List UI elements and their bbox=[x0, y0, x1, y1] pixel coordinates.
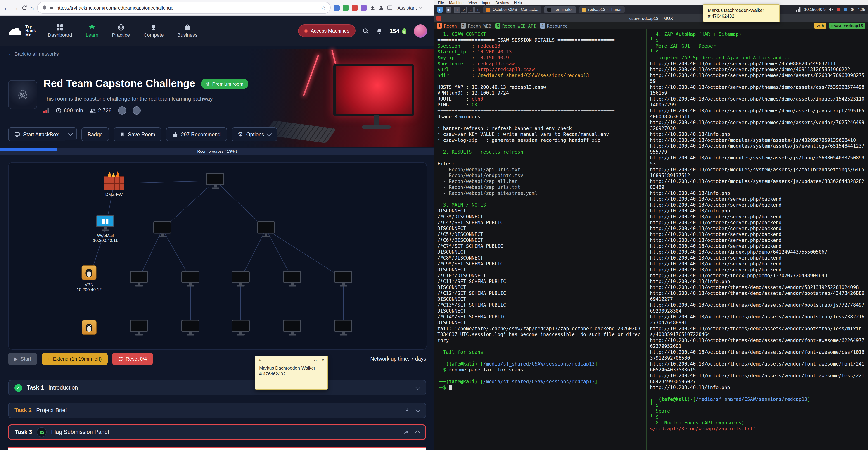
terminal-pane-right[interactable]: ─ 4. ZAP AutoMap (HAR + Sitemap) ───────… bbox=[647, 29, 868, 450]
tmux-window-Recon-WEB-API[interactable]: 3Recon-WEB-API bbox=[495, 23, 536, 29]
menu-input[interactable]: Input bbox=[482, 0, 490, 5]
network-node-monitor[interactable] bbox=[283, 320, 301, 335]
notification-popup[interactable]: Markus Dachroeden-Walker # 476462432 bbox=[703, 4, 780, 22]
task-row-3[interactable]: Task 3 Flag Submission Panel bbox=[8, 424, 426, 440]
nav-item-business[interactable]: Business bbox=[177, 24, 197, 37]
volume-icon[interactable] bbox=[829, 7, 834, 12]
task-row-1[interactable]: ✓ Task 1 Introduction bbox=[8, 380, 426, 395]
start-attackbox-button[interactable]: Start AttackBox bbox=[8, 127, 65, 141]
options-button[interactable]: ⚙ Options bbox=[231, 127, 277, 141]
network-node-monitor[interactable] bbox=[257, 222, 275, 237]
terminal-line: $target_ip : 10.200.40.13 bbox=[437, 49, 643, 55]
terminal-pane-left[interactable]: ─ 1. CSAW CONTEXT ──────────────────────… bbox=[434, 29, 646, 450]
nav-item-compete[interactable]: Compete bbox=[144, 24, 163, 37]
thm-logo[interactable]: Try Hack Me bbox=[7, 25, 36, 37]
network-node-monitor[interactable] bbox=[231, 320, 250, 335]
taskbar-window-thunar[interactable]: redcap13 - Thunar bbox=[579, 6, 625, 13]
network-node-monitor[interactable] bbox=[181, 271, 199, 286]
network-node-tux[interactable] bbox=[82, 320, 97, 335]
nav-item-practice[interactable]: Practice bbox=[112, 24, 130, 37]
chevron-down-icon[interactable] bbox=[415, 385, 421, 390]
network-start-button[interactable]: ▶ Start bbox=[8, 353, 37, 365]
terminal-line: - Recon/webapi/zap_urls.txt bbox=[437, 184, 643, 190]
network-node-monitor[interactable] bbox=[206, 173, 224, 189]
app-launcher-icon[interactable]: ◧ bbox=[437, 6, 443, 12]
extension-icon-red[interactable] bbox=[352, 5, 358, 11]
note-close-button[interactable]: × bbox=[321, 357, 324, 363]
attackbox-dropdown-button[interactable] bbox=[65, 127, 77, 140]
contributor-avatar[interactable] bbox=[132, 107, 141, 115]
search-icon[interactable] bbox=[363, 27, 369, 34]
badge-button[interactable]: Badge bbox=[81, 127, 109, 141]
workspace-2[interactable]: 2 bbox=[461, 6, 467, 12]
recommend-button[interactable]: 297 Recommend bbox=[166, 127, 227, 141]
bell-icon[interactable] bbox=[376, 27, 383, 34]
network-reset-button[interactable]: Reset 0/4 bbox=[112, 353, 153, 365]
share-icon[interactable] bbox=[403, 429, 409, 435]
network-node-monitor[interactable] bbox=[334, 271, 352, 286]
network-signal-icon[interactable] bbox=[796, 7, 801, 12]
chevron-down-icon[interactable] bbox=[415, 407, 421, 413]
extension-icon-green[interactable] bbox=[343, 5, 349, 11]
reload-button[interactable] bbox=[22, 5, 27, 10]
extension-icon-blue[interactable] bbox=[334, 5, 340, 11]
chevron-up-icon[interactable] bbox=[415, 430, 420, 435]
screenshot-icon[interactable]: ▣ bbox=[445, 6, 452, 12]
network-extend-button[interactable]: + Extend (1h 19min left) bbox=[41, 353, 107, 365]
terminal-line: http://10.200.40.13/october/server.php/b… bbox=[650, 261, 865, 267]
taskbar-window-october[interactable]: October CMS - Contact... bbox=[483, 6, 541, 13]
vm-window: File Machine View Input Devices Help ◧ ▣… bbox=[434, 0, 868, 450]
terminator-titlebar[interactable]: T csaw-redcap13_TMUX bbox=[434, 14, 868, 22]
workspace-pager[interactable]: 1 2 3 4 bbox=[454, 6, 480, 12]
task-row-2[interactable]: Task 2 Project Brief bbox=[8, 403, 426, 418]
menu-button[interactable]: ≡ bbox=[427, 5, 431, 11]
network-node-vpn[interactable]: VPN10.200.40.12 bbox=[77, 265, 102, 292]
bookmark-star-icon[interactable]: ☆ bbox=[321, 4, 326, 11]
menu-devices[interactable]: Devices bbox=[495, 0, 509, 5]
network-node-monitor[interactable] bbox=[153, 222, 172, 237]
forward-button[interactable]: → bbox=[13, 5, 19, 11]
network-node-monitor[interactable] bbox=[130, 271, 148, 286]
network-node-monitor[interactable] bbox=[181, 320, 199, 335]
sidebar-icon[interactable] bbox=[387, 5, 393, 10]
workspace-4[interactable]: 4 bbox=[474, 6, 480, 12]
taskbar-window-terminator[interactable]: Terminator bbox=[544, 6, 576, 13]
network-node-monitor[interactable] bbox=[283, 271, 301, 286]
access-machines-button[interactable]: Access Machines bbox=[298, 25, 355, 37]
network-node-monitor[interactable] bbox=[334, 320, 352, 335]
account-icon[interactable] bbox=[379, 5, 384, 10]
network-node-monitor[interactable] bbox=[231, 271, 250, 286]
avatar[interactable] bbox=[414, 24, 427, 37]
workspace-1[interactable]: 1 bbox=[454, 6, 460, 12]
tmux-window-Recon[interactable]: 1Recon bbox=[437, 23, 457, 29]
back-button[interactable]: ← bbox=[4, 5, 9, 11]
gear-icon[interactable]: ⚙ bbox=[850, 7, 854, 12]
note-add-button[interactable]: + bbox=[258, 357, 261, 363]
save-room-button[interactable]: Save Room bbox=[114, 127, 161, 141]
updates-dot-icon[interactable] bbox=[844, 8, 847, 11]
download-icon[interactable] bbox=[404, 407, 410, 413]
menu-help[interactable]: Help bbox=[514, 0, 522, 5]
sticky-note[interactable]: + ··· × Markus Dachroeden-Walker # 47646… bbox=[255, 356, 328, 390]
network-node-monitor[interactable] bbox=[130, 320, 148, 335]
menu-machine[interactable]: Machine bbox=[449, 0, 463, 5]
nav-item-dashboard[interactable]: Dashboard bbox=[48, 24, 72, 37]
extension-icon-purple[interactable] bbox=[361, 5, 367, 11]
tmux-window-Recon-WEB[interactable]: 2Recon-WEB bbox=[461, 23, 491, 29]
network-node-dmz-fw[interactable]: DMZ-FW bbox=[103, 170, 124, 197]
back-to-networks-link[interactable]: ← Back to all networks bbox=[8, 51, 59, 57]
nav-item-learn[interactable]: Learn bbox=[86, 24, 98, 37]
menu-view[interactable]: View bbox=[469, 0, 477, 5]
note-more-button[interactable]: ··· bbox=[314, 357, 319, 363]
home-button[interactable]: ⌂ bbox=[30, 5, 34, 11]
notification-dot-icon[interactable] bbox=[837, 8, 841, 11]
downloads-icon[interactable] bbox=[370, 5, 375, 10]
menu-file[interactable]: File bbox=[438, 0, 444, 5]
network-node-webmail[interactable]: WebMail10.200.40.11 bbox=[93, 215, 118, 243]
url-bar[interactable]: https://tryhackme.com/room/redteamcapsto… bbox=[37, 2, 331, 13]
assistant-menu[interactable]: Assistant bbox=[396, 5, 424, 10]
tmux-window-Resource[interactable]: 4Resource bbox=[540, 23, 567, 29]
streak-counter[interactable]: 154 bbox=[390, 27, 407, 34]
contributor-avatar[interactable] bbox=[118, 107, 126, 115]
workspace-3[interactable]: 3 bbox=[468, 6, 473, 12]
